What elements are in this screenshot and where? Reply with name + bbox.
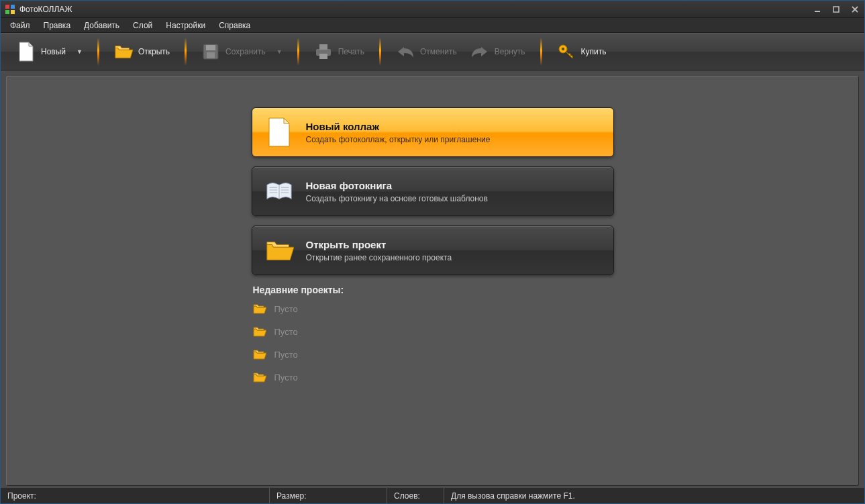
card-new-photobook[interactable]: Новая фотокнига Создать фотокнигу на осн…	[252, 166, 614, 216]
svg-rect-0	[5, 5, 9, 9]
recent-label: Пусто	[274, 372, 298, 383]
menu-edit[interactable]: Правка	[38, 19, 77, 32]
svg-rect-1	[11, 5, 15, 9]
statusbar: Проект: Размер: Слоев: Для вызова справк…	[1, 487, 864, 503]
page-icon	[264, 117, 294, 147]
toolbar-undo-label: Отменить	[420, 47, 457, 56]
toolbar-separator	[540, 38, 542, 66]
toolbar-separator	[297, 38, 299, 66]
minimize-button[interactable]	[811, 5, 824, 14]
recent-label: Пусто	[274, 350, 298, 360]
workspace: Новый коллаж Создать фотоколлаж, открытк…	[6, 76, 859, 486]
start-panel: Новый коллаж Создать фотоколлаж, открытк…	[252, 107, 614, 384]
menu-add[interactable]: Добавить	[79, 19, 125, 32]
folder-small-icon	[253, 302, 266, 315]
svg-rect-10	[207, 52, 215, 58]
folder-small-icon	[253, 370, 266, 384]
svg-rect-3	[11, 10, 15, 14]
svg-rect-13	[319, 54, 327, 59]
toolbar: Новый ▼ Открыть Сохрани	[1, 33, 864, 70]
toolbar-separator	[379, 38, 381, 66]
status-help-hint: Для вызова справки нажмите F1.	[451, 491, 575, 501]
toolbar-new-label: Новый	[41, 47, 66, 56]
recent-item[interactable]: Пусто	[253, 370, 614, 384]
app-icon	[5, 4, 15, 15]
toolbar-open-button[interactable]: Открыть	[107, 40, 176, 64]
status-layers: Слоев:	[387, 488, 444, 503]
recent-item[interactable]: Пусто	[253, 302, 614, 315]
status-size-label: Размер:	[276, 491, 307, 501]
recent-list: Пусто Пусто Пусто	[252, 302, 614, 384]
open-folder-icon	[114, 42, 133, 61]
recent-heading: Недавние проекты:	[253, 285, 614, 295]
redo-icon	[470, 42, 489, 61]
svg-rect-5	[833, 7, 839, 12]
folder-icon	[264, 236, 294, 265]
key-icon	[557, 42, 576, 61]
folder-small-icon	[253, 325, 266, 338]
dropdown-icon: ▼	[77, 48, 83, 55]
recent-item[interactable]: Пусто	[253, 325, 614, 338]
card-desc: Создать фотокнигу на основе готовых шабл…	[306, 194, 488, 203]
card-title: Новый коллаж	[306, 121, 491, 132]
toolbar-save-label: Сохранить	[225, 47, 266, 56]
print-icon	[314, 42, 333, 61]
toolbar-save-button[interactable]: Сохранить ▼	[195, 40, 289, 64]
card-title: Новая фотокнига	[306, 180, 488, 191]
app-title: ФотоКОЛЛАЖ	[19, 5, 72, 14]
menu-settings[interactable]: Настройки	[160, 19, 211, 32]
book-icon	[264, 177, 294, 206]
menu-layer[interactable]: Слой	[128, 19, 158, 32]
new-file-icon	[17, 42, 36, 61]
close-button[interactable]	[848, 5, 862, 14]
recent-label: Пусто	[274, 327, 298, 337]
maximize-button[interactable]	[829, 5, 843, 14]
workspace-wrap: Новый коллаж Создать фотоколлаж, открытк…	[1, 70, 864, 487]
toolbar-undo-button[interactable]: Отменить	[389, 40, 464, 64]
status-size: Размер:	[269, 488, 387, 503]
card-new-collage[interactable]: Новый коллаж Создать фотоколлаж, открытк…	[252, 107, 614, 157]
toolbar-separator	[97, 38, 99, 66]
titlebar: ФотоКОЛЛАЖ	[1, 1, 864, 18]
svg-rect-9	[206, 45, 215, 50]
status-help: Для вызова справки нажмите F1.	[444, 488, 864, 503]
toolbar-buy-button[interactable]: Купить	[550, 40, 613, 64]
dropdown-icon: ▼	[276, 48, 283, 55]
toolbar-print-button[interactable]: Печать	[307, 40, 371, 64]
recent-item[interactable]: Пусто	[253, 348, 614, 361]
card-desc: Создать фотоколлаж, открытку или приглаш…	[306, 135, 491, 144]
window-controls	[811, 5, 862, 14]
card-title: Открыть проект	[306, 239, 452, 250]
toolbar-redo-label: Вернуть	[495, 47, 525, 56]
undo-icon	[396, 42, 415, 61]
save-icon	[201, 42, 220, 61]
svg-point-15	[561, 48, 564, 50]
menu-help[interactable]: Справка	[213, 19, 256, 32]
status-project-label: Проект:	[7, 491, 36, 501]
toolbar-open-label: Открыть	[138, 47, 170, 56]
status-layers-label: Слоев:	[394, 491, 420, 501]
recent-label: Пусто	[274, 304, 298, 314]
svg-rect-2	[5, 10, 9, 14]
card-desc: Открытие ранее сохраненного проекта	[306, 253, 452, 262]
card-open-project[interactable]: Открыть проект Открытие ранее сохраненно…	[252, 225, 614, 275]
toolbar-print-label: Печать	[338, 47, 364, 56]
menubar: Файл Правка Добавить Слой Настройки Спра…	[1, 18, 864, 33]
folder-small-icon	[253, 348, 266, 361]
toolbar-redo-button[interactable]: Вернуть	[464, 40, 532, 64]
toolbar-buy-label: Купить	[581, 47, 607, 56]
toolbar-separator	[185, 38, 187, 66]
toolbar-new-button[interactable]: Новый ▼	[10, 40, 89, 64]
status-project: Проект:	[1, 488, 269, 503]
menu-file[interactable]: Файл	[5, 19, 36, 32]
svg-rect-12	[319, 44, 327, 50]
